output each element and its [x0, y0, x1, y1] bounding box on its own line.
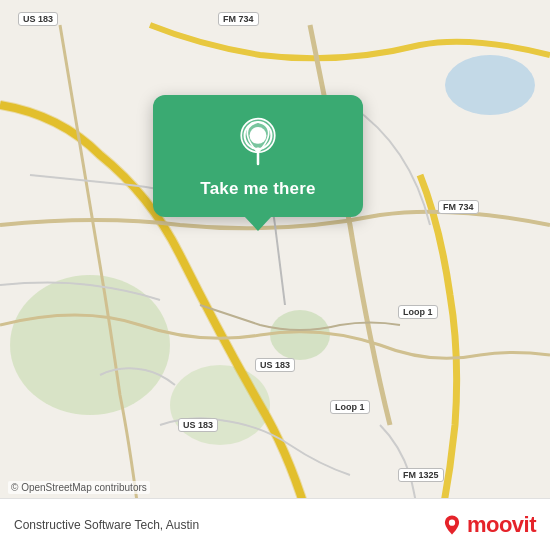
road-label-us183-bottom: US 183	[255, 358, 295, 372]
popup-label: Take me there	[200, 179, 315, 199]
map-container: US 183 FM 734 US FM 734 Loop 1 US 183 US…	[0, 0, 550, 550]
location-label: Constructive Software Tech, Austin	[14, 518, 199, 532]
road-label-loop1-bottom: Loop 1	[330, 400, 370, 414]
bottom-bar: Constructive Software Tech, Austin moovi…	[0, 498, 550, 550]
road-label-loop1-right: Loop 1	[398, 305, 438, 319]
map-roads	[0, 0, 550, 550]
road-label-fm734-top: FM 734	[218, 12, 259, 26]
svg-point-7	[252, 130, 264, 142]
moovit-branding: moovit	[441, 512, 536, 538]
moovit-pin-icon	[441, 514, 463, 536]
svg-point-3	[270, 310, 330, 360]
svg-point-0	[445, 55, 535, 115]
svg-point-9	[449, 519, 455, 525]
moovit-logo-text: moovit	[467, 512, 536, 538]
road-label-fm734-right: FM 734	[438, 200, 479, 214]
location-pin-icon	[232, 117, 284, 169]
road-label-us183-top: US 183	[18, 12, 58, 26]
popup-card[interactable]: Take me there	[153, 95, 363, 217]
map-attribution: © OpenStreetMap contributors	[8, 481, 150, 494]
road-label-fm1325: FM 1325	[398, 468, 444, 482]
road-label-us183-bl: US 183	[178, 418, 218, 432]
